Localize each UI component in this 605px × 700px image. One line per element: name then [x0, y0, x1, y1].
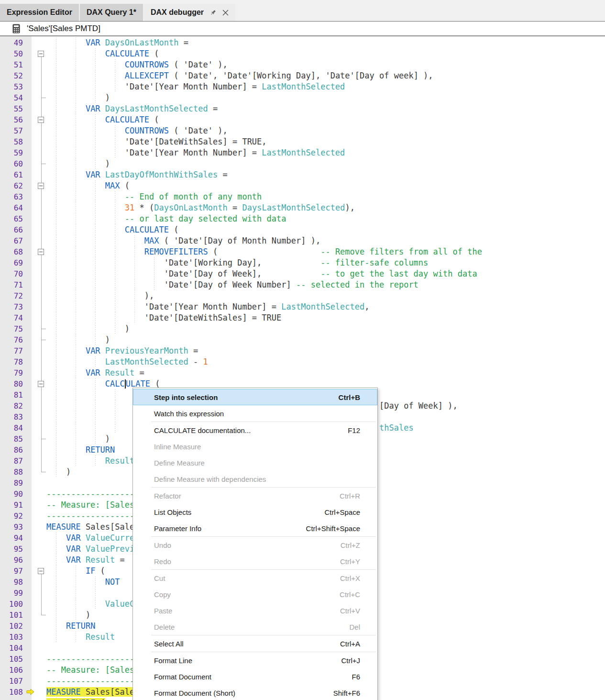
gutter-margin[interactable]	[25, 301, 32, 312]
fold-toggle[interactable]	[32, 378, 46, 389]
gutter-margin[interactable]	[25, 654, 32, 665]
code-text[interactable]: CALCULATE (	[46, 224, 605, 235]
tab-dax-debugger[interactable]: DAX debugger	[144, 4, 235, 21]
gutter-margin[interactable]	[25, 632, 32, 643]
code-text[interactable]: LastMonthSelected - 1	[46, 356, 605, 367]
gutter-margin[interactable]	[25, 169, 32, 180]
code-text[interactable]: MAX ( 'Date'[Day of Month Number] ),	[46, 235, 605, 246]
gutter-margin[interactable]	[25, 489, 32, 500]
code-text[interactable]: CALCULATE (	[46, 114, 605, 125]
code-text[interactable]: )	[46, 334, 605, 345]
gutter-margin[interactable]	[25, 456, 32, 467]
gutter-margin[interactable]	[25, 367, 32, 378]
tab-expression-editor[interactable]: Expression Editor	[0, 4, 79, 21]
code-text[interactable]: 'Date'[Year Month Number] = LastMonthSel…	[46, 301, 605, 312]
gutter-margin[interactable]	[25, 698, 32, 700]
menu-item-format-document-short[interactable]: Format Document (Short)Shift+F6	[133, 685, 377, 700]
gutter-margin[interactable]	[25, 334, 32, 345]
code-text[interactable]: )	[46, 323, 605, 334]
gutter-margin[interactable]	[25, 467, 32, 478]
gutter-margin[interactable]	[25, 92, 32, 103]
code-text[interactable]: 'Date'[Year Month Number] = LastMonthSel…	[46, 147, 605, 158]
gutter-margin[interactable]	[25, 378, 32, 389]
fold-toggle[interactable]	[32, 698, 46, 700]
gutter-margin[interactable]	[25, 59, 32, 70]
code-text[interactable]: 'Date'[DateWithSales] = TRUE	[46, 312, 605, 323]
gutter-margin[interactable]	[25, 621, 32, 632]
menu-item-parameter-info[interactable]: Parameter InfoCtrl+Shift+Space	[133, 520, 377, 536]
tab-dax-query-1[interactable]: DAX Query 1*	[80, 4, 143, 21]
gutter-margin[interactable]	[25, 555, 32, 566]
gutter-margin[interactable]	[25, 389, 32, 400]
gutter-margin[interactable]	[25, 235, 32, 246]
code-text[interactable]: 'Date'[Year Month Number] = LastMonthSel…	[46, 81, 605, 92]
gutter-margin[interactable]	[25, 687, 32, 698]
gutter-margin[interactable]	[25, 48, 32, 59]
code-text[interactable]: ),	[46, 290, 605, 301]
gutter-margin[interactable]	[25, 422, 32, 433]
gutter-margin[interactable]	[25, 345, 32, 356]
gutter-margin[interactable]	[25, 522, 32, 533]
menu-item-watch-this-expression[interactable]: Watch this expression	[133, 405, 377, 422]
gutter-margin[interactable]	[25, 544, 32, 555]
gutter-margin[interactable]	[25, 610, 32, 621]
fold-collapse-box[interactable]	[38, 51, 44, 57]
fold-collapse-box[interactable]	[38, 183, 44, 189]
gutter-margin[interactable]	[25, 290, 32, 301]
fold-collapse-box[interactable]	[38, 249, 44, 255]
gutter-margin[interactable]	[25, 533, 32, 544]
gutter-margin[interactable]	[25, 312, 32, 323]
code-text[interactable]: 'Date'[Working Day], -- filter-safe colu…	[46, 257, 605, 268]
gutter-margin[interactable]	[25, 665, 32, 676]
menu-item-select-all[interactable]: Select AllCtrl+A	[133, 635, 377, 652]
code-text[interactable]: VAR DaysOnLastMonth =	[46, 37, 605, 48]
code-text[interactable]: -- or last day selected with data	[46, 213, 605, 224]
menu-item-list-objects[interactable]: List ObjectsCtrl+Space	[133, 504, 377, 520]
code-text[interactable]: ALLEXCEPT ( 'Date', 'Date'[Working Day],…	[46, 70, 605, 81]
gutter-margin[interactable]	[25, 125, 32, 136]
fold-toggle[interactable]	[32, 180, 46, 191]
gutter-margin[interactable]	[25, 147, 32, 158]
gutter-margin[interactable]	[25, 81, 32, 92]
gutter-margin[interactable]	[25, 588, 32, 599]
fold-collapse-box[interactable]	[38, 381, 44, 387]
gutter-margin[interactable]	[25, 37, 32, 48]
gutter-margin[interactable]	[25, 158, 32, 169]
code-text[interactable]: 'Date'[DateWithSales] = TRUE,	[46, 136, 605, 147]
menu-item-calculate-documentation[interactable]: CALCULATE documentation...F12	[133, 422, 377, 438]
gutter-margin[interactable]	[25, 577, 32, 588]
fold-collapse-box[interactable]	[38, 568, 44, 574]
gutter-margin[interactable]	[25, 70, 32, 81]
pin-icon[interactable]	[209, 9, 217, 16]
gutter-margin[interactable]	[25, 511, 32, 522]
menu-item-format-document[interactable]: Format DocumentF6	[133, 668, 377, 685]
gutter-margin[interactable]	[25, 433, 32, 444]
gutter-margin[interactable]	[25, 191, 32, 202]
code-text[interactable]: )	[46, 92, 605, 103]
fold-toggle[interactable]	[32, 566, 46, 577]
gutter-margin[interactable]	[25, 114, 32, 125]
gutter-margin[interactable]	[25, 180, 32, 191]
gutter-margin[interactable]	[25, 103, 32, 114]
code-text[interactable]: )	[46, 158, 605, 169]
code-text[interactable]: COUNTROWS ( 'Date' ),	[46, 59, 605, 70]
gutter-margin[interactable]	[25, 224, 32, 235]
code-text[interactable]: VAR LastDayOfMonthWithSales =	[46, 169, 605, 180]
gutter-margin[interactable]	[25, 643, 32, 654]
gutter-margin[interactable]	[25, 500, 32, 511]
gutter-margin[interactable]	[25, 599, 32, 610]
fold-toggle[interactable]	[32, 246, 46, 257]
code-text[interactable]: VAR DaysLastMonthSelected =	[46, 103, 605, 114]
code-text[interactable]: MAX (	[46, 180, 605, 191]
code-text[interactable]: COUNTROWS ( 'Date' ),	[46, 125, 605, 136]
code-text[interactable]: CALCULATE (	[46, 48, 605, 59]
gutter-margin[interactable]	[25, 246, 32, 257]
gutter-margin[interactable]	[25, 279, 32, 290]
gutter-margin[interactable]	[25, 257, 32, 268]
gutter-margin[interactable]	[25, 136, 32, 147]
fold-toggle[interactable]	[32, 48, 46, 59]
gutter-margin[interactable]	[25, 323, 32, 334]
fold-collapse-box[interactable]	[38, 117, 44, 123]
gutter-margin[interactable]	[25, 213, 32, 224]
gutter-margin[interactable]	[25, 400, 32, 411]
